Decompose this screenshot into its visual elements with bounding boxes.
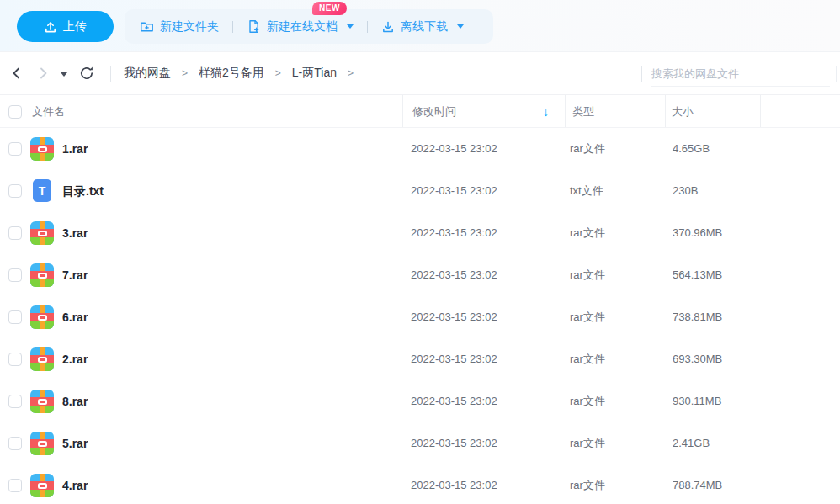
row-checkbox[interactable]	[8, 142, 22, 156]
file-modified-time: 2022-03-15 23:02	[411, 212, 497, 254]
upload-icon	[44, 20, 57, 34]
file-modified-time: 2022-03-15 23:02	[411, 338, 497, 380]
breadcrumb-item[interactable]: 我的网盘	[124, 66, 171, 81]
column-header-modified[interactable]: 修改时间	[412, 95, 456, 129]
rar-icon-buckle	[38, 357, 47, 363]
file-name[interactable]: 目录.txt	[62, 170, 104, 212]
file-name[interactable]: 6.rar	[62, 296, 88, 338]
table-row[interactable]: T 3.rar 2022-03-15 23:02 rar文件 370.96MB	[0, 212, 840, 254]
table-row[interactable]: T 目录.txt 2022-03-15 23:02 txt文件 230B	[0, 170, 840, 212]
table-row[interactable]: T 4.rar 2022-03-15 23:02 rar文件 788.74MB	[0, 464, 840, 504]
breadcrumb: 我的网盘>样猫2号备用>L-两Tian>	[124, 52, 364, 94]
file-name[interactable]: 7.rar	[62, 254, 88, 296]
file-modified-time: 2022-03-15 23:02	[411, 128, 497, 170]
rar-icon-buckle	[38, 146, 47, 152]
table-row[interactable]: T 1.rar 2022-03-15 23:02 rar文件 4.65GB	[0, 128, 840, 170]
row-checkbox[interactable]	[8, 226, 22, 240]
file-type: rar文件	[570, 128, 605, 170]
right-edge-divider	[836, 66, 837, 82]
offline-download-label: 离线下载	[401, 19, 448, 34]
breadcrumb-separator: >	[275, 67, 281, 79]
file-name[interactable]: 4.rar	[62, 464, 88, 504]
file-name[interactable]: 2.rar	[62, 338, 88, 380]
column-header-size[interactable]: 大小	[672, 95, 694, 129]
rar-archive-icon	[30, 347, 54, 371]
file-modified-time: 2022-03-15 23:02	[411, 422, 497, 464]
back-button[interactable]	[10, 66, 24, 80]
txt-document-icon: T	[33, 179, 51, 202]
toolbar: 上传 新建文件夹 新建在线文档	[0, 0, 840, 52]
file-type: rar文件	[570, 380, 605, 422]
new-online-doc-button[interactable]: 新建在线文档	[247, 19, 354, 34]
file-modified-time: 2022-03-15 23:02	[411, 170, 497, 212]
netdisk-file-manager: 上传 新建文件夹 新建在线文档	[0, 0, 840, 504]
rar-archive-icon	[30, 474, 54, 497]
file-size: 2.41GB	[673, 422, 710, 464]
file-size: 4.65GB	[673, 128, 710, 170]
file-type: rar文件	[570, 338, 605, 380]
select-all-checkbox[interactable]	[8, 105, 22, 119]
file-size: 370.96MB	[673, 212, 722, 254]
file-name[interactable]: 5.rar	[62, 422, 88, 464]
file-name[interactable]: 3.rar	[62, 212, 88, 254]
file-size: 738.81MB	[673, 296, 722, 338]
rar-archive-icon	[30, 221, 54, 245]
offline-download-dropdown-caret-icon	[457, 24, 464, 29]
rar-icon-buckle	[38, 231, 47, 236]
file-name[interactable]: 8.rar	[62, 380, 88, 422]
table-row[interactable]: T 6.rar 2022-03-15 23:02 rar文件 738.81MB	[0, 296, 840, 338]
navigation-bar: 我的网盘>样猫2号备用>L-两Tian>	[0, 52, 840, 94]
file-type: rar文件	[570, 296, 605, 338]
file-list: T 1.rar 2022-03-15 23:02 rar文件 4.65GB T …	[0, 128, 840, 504]
table-row[interactable]: T 5.rar 2022-03-15 23:02 rar文件 2.41GB	[0, 422, 840, 464]
file-modified-time: 2022-03-15 23:02	[411, 380, 497, 422]
file-type: txt文件	[570, 170, 603, 212]
table-row[interactable]: T 7.rar 2022-03-15 23:02 rar文件 564.13MB	[0, 254, 840, 296]
forward-button[interactable]	[37, 66, 51, 80]
rar-archive-icon	[30, 263, 54, 287]
column-header-type[interactable]: 类型	[572, 95, 594, 129]
new-doc-icon	[247, 19, 261, 34]
row-checkbox[interactable]	[8, 268, 22, 282]
toolbar-separator	[232, 21, 233, 33]
file-type: rar文件	[570, 212, 605, 254]
refresh-button[interactable]	[79, 66, 94, 81]
sort-descending-icon[interactable]: ↓	[543, 105, 555, 119]
file-size: 788.74MB	[673, 464, 722, 504]
file-name[interactable]: 1.rar	[62, 128, 88, 170]
rar-icon-buckle	[38, 315, 47, 321]
table-row[interactable]: T 8.rar 2022-03-15 23:02 rar文件 930.11MB	[0, 380, 840, 422]
file-list-header: 文件名 修改时间 ↓ 类型 大小	[0, 94, 840, 128]
new-folder-icon	[140, 19, 154, 34]
breadcrumb-item[interactable]: 样猫2号备用	[199, 66, 264, 81]
row-checkbox[interactable]	[8, 479, 22, 492]
upload-button[interactable]: 上传	[17, 11, 114, 42]
file-modified-time: 2022-03-15 23:02	[411, 254, 497, 296]
table-row[interactable]: T 2.rar 2022-03-15 23:02 rar文件 693.30MB	[0, 338, 840, 380]
file-size: 230B	[673, 170, 698, 212]
new-folder-button[interactable]: 新建文件夹	[140, 19, 219, 34]
row-checkbox[interactable]	[8, 437, 22, 450]
rar-archive-icon	[30, 390, 54, 413]
rar-archive-icon	[30, 432, 54, 455]
rar-icon-buckle	[38, 483, 47, 489]
file-type: rar文件	[570, 464, 605, 504]
row-checkbox[interactable]	[8, 353, 22, 366]
search-input[interactable]	[651, 61, 830, 87]
row-checkbox[interactable]	[8, 184, 22, 198]
column-divider	[565, 95, 566, 127]
rar-icon-buckle	[38, 399, 47, 405]
offline-download-button[interactable]: 离线下载	[381, 19, 464, 34]
row-checkbox[interactable]	[8, 395, 22, 408]
breadcrumb-separator: >	[348, 67, 354, 79]
nav-divider	[110, 66, 111, 82]
row-checkbox[interactable]	[8, 310, 22, 324]
new-online-doc-dropdown-caret-icon	[347, 24, 354, 29]
file-modified-time: 2022-03-15 23:02	[411, 464, 497, 504]
column-header-name[interactable]: 文件名	[32, 95, 65, 129]
history-dropdown-caret-icon[interactable]	[61, 72, 67, 77]
column-divider	[665, 95, 666, 127]
breadcrumb-item[interactable]: L-两Tian	[292, 66, 337, 81]
toolbar-separator	[367, 21, 368, 33]
file-size: 693.30MB	[673, 338, 722, 380]
